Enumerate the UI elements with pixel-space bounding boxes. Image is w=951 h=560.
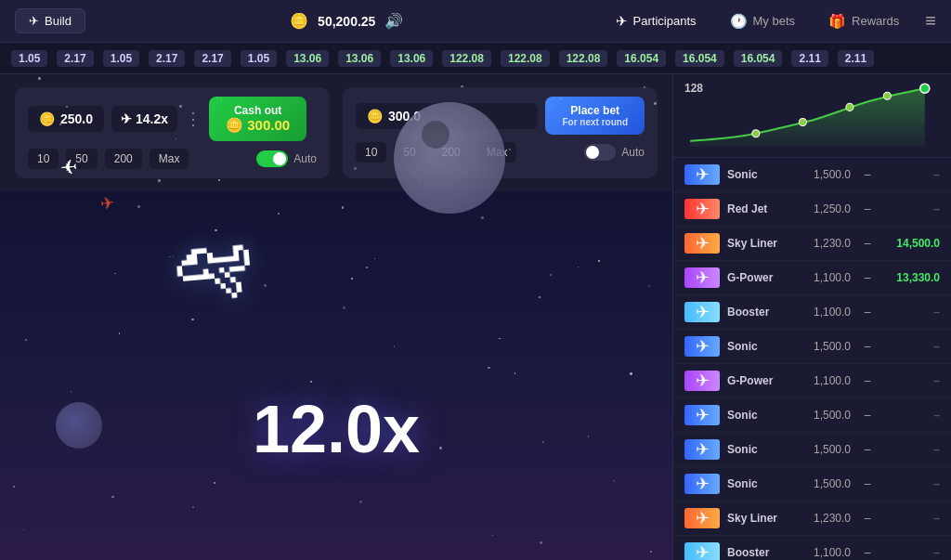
participant-bet: 1,500.0 (800, 340, 851, 353)
participant-mult: – (858, 374, 877, 387)
table-row: ✈Sonic1,500.0–– (673, 398, 951, 433)
participant-mult: – (858, 477, 877, 490)
header-center: 🪙 50,200.25 🔊 (290, 12, 403, 30)
participant-plane: ✈ (684, 336, 720, 357)
participant-plane: ✈ (684, 199, 720, 219)
tab-rewards[interactable]: 🎁 Rewards (821, 9, 906, 33)
mybets-icon: 🕐 (730, 13, 748, 30)
mult-badge: 1.05 (11, 50, 47, 67)
mult-badge: 16.054 (617, 50, 666, 67)
participant-plane: ✈ (684, 405, 720, 425)
mult-badge: 122.08 (442, 50, 491, 67)
quick-bet-200-left[interactable]: 200 (105, 149, 142, 169)
table-row: ✈Sonic1,500.0–– (673, 433, 951, 467)
tab-mybets-label: My bets (753, 14, 796, 28)
coin-icon-left: 🪙 (39, 111, 55, 126)
table-row: ✈Booster1,100.0–– (673, 536, 951, 560)
participant-win: – (884, 546, 940, 559)
plane-icon: ✈ (29, 14, 39, 28)
participant-win: – (884, 374, 940, 387)
participant-win: – (884, 306, 940, 319)
participant-bet: 1,100.0 (800, 271, 851, 284)
participant-mult: – (858, 271, 877, 284)
mult-badge: 122.08 (501, 50, 550, 67)
svg-point-4 (920, 84, 930, 93)
participant-name: G-Power (727, 271, 792, 284)
bet-multiplier-left[interactable]: ✈ 14.2x (111, 106, 177, 132)
main-content: ✈ ✈ 🛩 12.0x 🪙 250.0 ✈ 14.2x (0, 74, 951, 560)
mult-badge: 13.06 (286, 50, 329, 67)
table-row: ✈Sonic1,500.0–– (673, 158, 951, 192)
mult-badge: 1.05 (241, 50, 277, 67)
table-row: ✈G-Power1,100.0–– (673, 364, 951, 398)
moon-small (56, 402, 102, 449)
participant-name: Sonic (727, 340, 792, 353)
menu-button[interactable]: ≡ (925, 10, 936, 32)
mult-badge: 1.05 (103, 50, 139, 67)
participant-mult: – (858, 168, 877, 181)
participant-bet: 1,500.0 (800, 477, 851, 490)
svg-point-0 (752, 130, 760, 137)
sound-icon: 🔊 (384, 12, 403, 30)
tab-mybets[interactable]: 🕐 My bets (723, 9, 803, 33)
dots-button-left[interactable]: ⋮ (185, 109, 202, 129)
svg-point-2 (846, 103, 853, 111)
multiplier-display: 12.0x (253, 391, 420, 467)
participant-name: Booster (727, 306, 792, 319)
mult-badge: 2.17 (149, 50, 185, 67)
participant-mult: – (858, 546, 877, 559)
participant-plane: ✈ (684, 267, 720, 288)
place-bet-button[interactable]: Place bet For next round (545, 97, 645, 135)
participant-mult: – (858, 237, 877, 250)
participant-name: Booster (727, 546, 792, 559)
participant-plane: ✈ (684, 302, 720, 322)
auto-switch-right[interactable] (584, 144, 616, 161)
quick-bet-10-left[interactable]: 10 (28, 149, 59, 169)
moon-large (394, 102, 505, 214)
build-label: Build (45, 14, 72, 28)
participant-win: 14,500.0 (884, 237, 940, 250)
svg-point-3 (883, 92, 891, 99)
right-panel: 128 ✈Sonic (672, 74, 951, 560)
auto-toggle-right: Auto (584, 144, 645, 161)
participant-name: Red Jet (727, 202, 792, 215)
header: ✈ Build 🪙 50,200.25 🔊 ✈ Participants 🕐 M… (0, 0, 951, 43)
mult-badge: 16.054 (675, 50, 724, 67)
balance-value: 50,200.25 (318, 14, 375, 29)
cashout-button[interactable]: Cash out 🪙 300.00 (209, 97, 306, 141)
auto-switch-left[interactable] (256, 150, 288, 167)
participant-mult: – (858, 202, 877, 215)
participant-name: Sonic (727, 409, 792, 422)
chart-svg (681, 82, 944, 150)
participant-bet: 1,500.0 (800, 443, 851, 456)
aircraft-small-1: ✈ (59, 155, 78, 180)
participant-plane: ✈ (684, 233, 720, 254)
bet-amount-left[interactable]: 🪙 250.0 (28, 106, 104, 132)
participant-plane: ✈ (684, 474, 720, 494)
participant-name: Sky Liner (727, 237, 792, 250)
mult-badge: 16.054 (734, 50, 783, 67)
participant-plane: ✈ (684, 508, 720, 528)
build-button[interactable]: ✈ Build (15, 8, 85, 33)
quick-bet-10-right[interactable]: 10 (356, 142, 386, 163)
aircraft-main: 🛩 (168, 215, 260, 317)
multiplier-bar: 1.052.171.052.172.171.0513.0613.0613.061… (0, 43, 951, 74)
participant-bet: 1,100.0 (800, 546, 851, 559)
plane-icon-bet: ✈ (121, 111, 132, 126)
participant-win: – (884, 409, 940, 422)
participant-mult: – (858, 306, 877, 319)
participant-plane: ✈ (684, 439, 720, 460)
mult-badge: 2.17 (57, 50, 93, 67)
quick-bet-max-left[interactable]: Max (150, 149, 189, 169)
table-row: ✈Sky Liner1,230.0–14,500.0 (673, 227, 951, 261)
participant-plane: ✈ (684, 371, 720, 391)
tab-participants[interactable]: ✈ Participants (608, 9, 704, 33)
mult-badge: 13.06 (390, 50, 433, 67)
participant-win: – (884, 443, 940, 456)
participant-name: Sky Liner (727, 512, 792, 525)
participant-mult: – (858, 443, 877, 456)
chart-area: 128 (673, 74, 951, 158)
table-row: ✈Sonic1,500.0–– (673, 330, 951, 364)
participant-bet: 1,100.0 (800, 306, 851, 319)
mult-badge: 2.17 (194, 50, 230, 67)
